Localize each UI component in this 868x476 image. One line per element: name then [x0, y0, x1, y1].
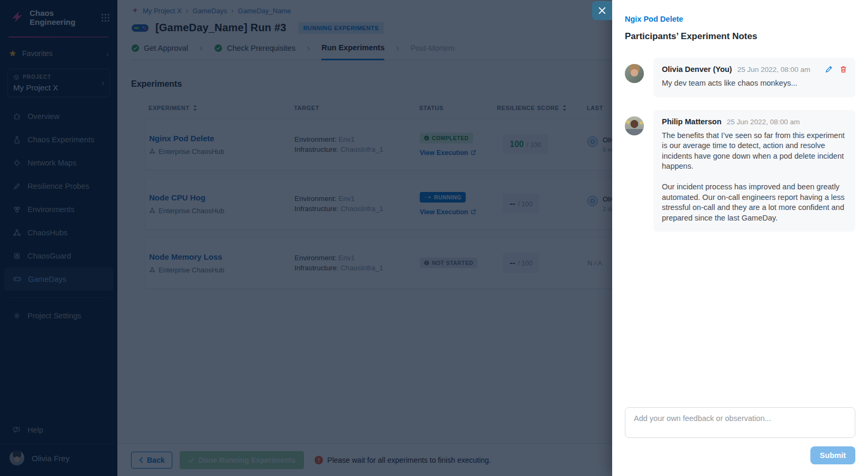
note-card: Philip Matterson 25 Jun 2022, 08:00 am T… — [653, 110, 855, 232]
avatar — [625, 116, 644, 135]
feedback-area: Submit — [612, 407, 868, 476]
close-drawer-button[interactable] — [592, 1, 612, 20]
chaos-engineering-app: Chaos Engineering Favorites › — [0, 0, 868, 476]
note-card: Olivia Denver (You) 25 Jun 2022, 08:00 a… — [653, 58, 855, 97]
note-author: Philip Matterson — [662, 117, 722, 126]
notes-list: Olivia Denver (You) 25 Jun 2022, 08:00 a… — [625, 58, 855, 232]
note-timestamp: 25 Jun 2022, 08:00 am — [737, 66, 810, 74]
note-item: Philip Matterson 25 Jun 2022, 08:00 am T… — [625, 110, 855, 232]
note-timestamp: 25 Jun 2022, 08:00 am — [727, 118, 800, 126]
experiment-link[interactable]: Ngix Pod Delete — [625, 15, 855, 23]
submit-button[interactable]: Submit — [810, 446, 855, 464]
note-item: Olivia Denver (You) 25 Jun 2022, 08:00 a… — [625, 58, 855, 97]
note-text: The benefits that I’ve seen so far from … — [662, 131, 847, 224]
edit-note-icon[interactable] — [825, 66, 833, 73]
experiment-notes-drawer: Ngix Pod Delete Participants’ Experiment… — [612, 0, 868, 476]
close-icon — [598, 7, 606, 14]
drawer-title: Participants’ Experiment Notes — [625, 31, 855, 42]
note-text: My dev team acts like chaos monkeys... — [662, 78, 847, 89]
feedback-input[interactable] — [625, 407, 855, 438]
note-author: Olivia Denver (You) — [662, 65, 732, 74]
delete-note-icon[interactable] — [840, 66, 847, 73]
avatar — [625, 64, 644, 83]
